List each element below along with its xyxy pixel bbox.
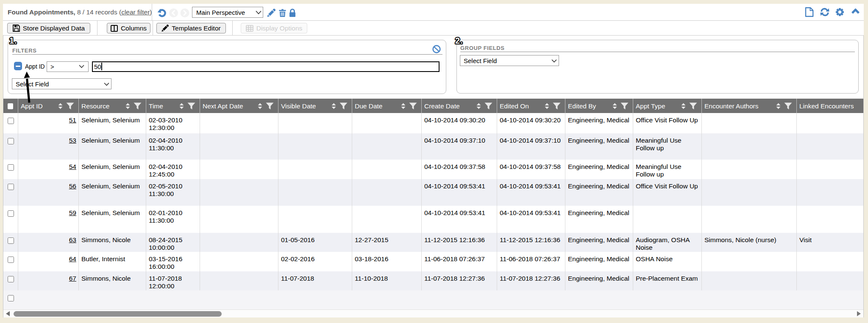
svg-text:1.: 1. [9,36,17,45]
svg-text:2.: 2. [455,36,463,45]
